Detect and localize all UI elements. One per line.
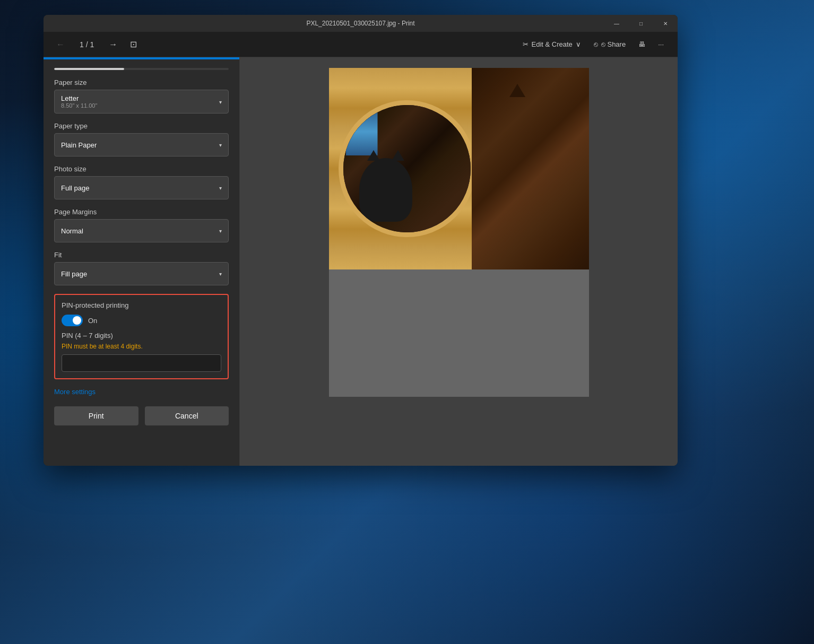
cat-ear-right	[392, 150, 404, 161]
fit-label: Fit	[54, 251, 229, 259]
paper-size-label: Paper size	[54, 79, 229, 86]
progress-bar	[54, 68, 229, 70]
paper-type-arrow-icon: ▾	[219, 142, 222, 148]
print-icon: 🖶	[638, 40, 645, 48]
cat-scene	[329, 68, 589, 269]
content-area: Paper size Letter 8.50" x 11.00" ▾ Paper…	[44, 57, 678, 466]
page-margins-value: Normal	[61, 227, 211, 235]
page-indicator: 1 / 1	[73, 40, 100, 49]
more-settings-link[interactable]: More settings	[54, 388, 229, 396]
photo-size-arrow-icon: ▾	[219, 185, 222, 191]
cancel-button[interactable]: Cancel	[145, 406, 229, 425]
page-margins-select[interactable]: Normal ▾	[54, 219, 229, 242]
photo-size-group: Photo size Full page ▾	[54, 165, 229, 199]
share-icon: ⎋	[594, 40, 598, 48]
pin-toggle-switch[interactable]	[62, 315, 83, 326]
fit-view-button[interactable]: ⊡	[126, 36, 141, 53]
paper-type-group: Paper type Plain Paper ▾	[54, 122, 229, 156]
paper-size-group: Paper size Letter 8.50" x 11.00" ▾	[54, 79, 229, 114]
pin-error-message: PIN must be at least 4 digits.	[62, 343, 221, 350]
share-button[interactable]: ⎋ ⎋ Share	[588, 37, 631, 51]
share-label: ⎋ Share	[601, 40, 626, 48]
toolbar-right: ✂ Edit & Create ∨ ⎋ ⎋ Share 🖶 ···	[517, 37, 669, 51]
pin-toggle-row: On	[62, 315, 221, 326]
page-margins-arrow-icon: ▾	[219, 228, 222, 234]
edit-create-button[interactable]: ✂ Edit & Create ∨	[517, 37, 586, 51]
window-blue	[346, 108, 378, 155]
progress-bar-fill	[54, 68, 124, 70]
print-toolbar-button[interactable]: 🖶	[633, 37, 651, 51]
paper-size-select[interactable]: Letter 8.50" x 11.00" ▾	[54, 90, 229, 114]
scissors-icon: ✂	[523, 40, 529, 48]
fit-select[interactable]: Fill page ▾	[54, 262, 229, 285]
minimize-button[interactable]: —	[604, 15, 629, 32]
paper-type-select[interactable]: Plain Paper ▾	[54, 133, 229, 156]
prev-button[interactable]: ←	[52, 37, 69, 53]
more-options-button[interactable]: ···	[653, 37, 669, 51]
preview-paper	[329, 68, 589, 397]
maximize-button[interactable]: □	[629, 15, 653, 32]
edit-create-label: Edit & Create	[532, 40, 573, 48]
window-controls: — □ ✕	[604, 15, 678, 32]
pin-protected-section: PIN-protected printing On PIN (4 – 7 dig…	[54, 294, 229, 379]
app-toolbar: ← 1 / 1 → ⊡ ✂ Edit & Create ∨ ⎋ ⎋ Share …	[44, 32, 678, 57]
circular-opening	[343, 105, 471, 232]
fit-value: Fill page	[61, 270, 211, 278]
preview-image	[329, 68, 589, 269]
cat-right-side	[472, 68, 589, 269]
cats-inside	[343, 105, 471, 232]
pin-section-title: PIN-protected printing	[62, 301, 221, 309]
paper-size-arrow-icon: ▾	[219, 99, 222, 105]
print-settings-panel: Paper size Letter 8.50" x 11.00" ▾ Paper…	[44, 57, 240, 466]
chevron-down-icon: ∨	[576, 40, 581, 48]
window-title: PXL_20210501_030025107.jpg - Print	[306, 20, 414, 27]
page-margins-label: Page Margins	[54, 208, 229, 216]
print-preview-area	[240, 57, 678, 466]
title-bar: PXL_20210501_030025107.jpg - Print — □ ✕	[44, 15, 678, 32]
next-button[interactable]: →	[105, 37, 122, 53]
fit-arrow-icon: ▾	[219, 271, 222, 277]
paper-size-value: Letter	[61, 94, 211, 102]
photo-size-label: Photo size	[54, 165, 229, 173]
paper-size-sub: 8.50" x 11.00"	[61, 102, 211, 109]
cat-right-ear	[509, 84, 525, 97]
paper-type-label: Paper type	[54, 122, 229, 130]
paper-type-value: Plain Paper	[61, 141, 211, 149]
cat-ear-left	[367, 150, 380, 161]
page-margins-group: Page Margins Normal ▾	[54, 208, 229, 242]
photo-size-select[interactable]: Full page ▾	[54, 176, 229, 199]
panel-inner: Paper size Letter 8.50" x 11.00" ▾ Paper…	[44, 59, 239, 442]
action-buttons: Print Cancel	[54, 406, 229, 434]
print-button[interactable]: Print	[54, 406, 138, 425]
pin-digits-label: PIN (4 – 7 digits)	[62, 332, 221, 340]
close-button[interactable]: ✕	[653, 15, 678, 32]
photo-size-value: Full page	[61, 184, 211, 192]
fit-group: Fit Fill page ▾	[54, 251, 229, 285]
cat-silhouette-1	[359, 158, 412, 222]
pin-toggle-label: On	[88, 317, 97, 325]
app-window: PXL_20210501_030025107.jpg - Print — □ ✕…	[44, 15, 678, 466]
pin-input[interactable]	[62, 354, 221, 372]
